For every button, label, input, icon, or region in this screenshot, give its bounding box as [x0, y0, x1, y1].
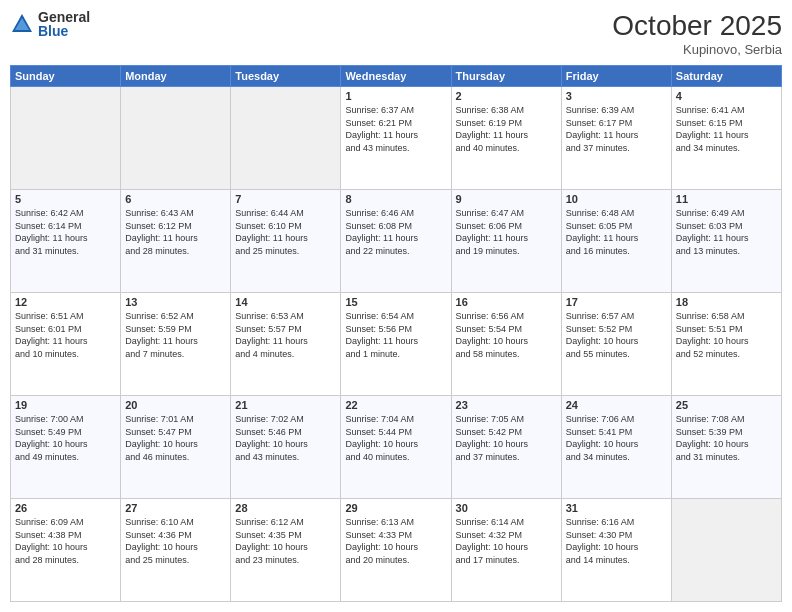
col-sunday: Sunday: [11, 66, 121, 87]
page: General Blue October 2025 Kupinovo, Serb…: [0, 0, 792, 612]
logo-blue: Blue: [38, 24, 90, 38]
table-row: 16Sunrise: 6:56 AM Sunset: 5:54 PM Dayli…: [451, 293, 561, 396]
day-info: Sunrise: 6:43 AM Sunset: 6:12 PM Dayligh…: [125, 207, 226, 257]
logo: General Blue: [10, 10, 90, 38]
table-row: 12Sunrise: 6:51 AM Sunset: 6:01 PM Dayli…: [11, 293, 121, 396]
day-number: 24: [566, 399, 667, 411]
table-row: 21Sunrise: 7:02 AM Sunset: 5:46 PM Dayli…: [231, 396, 341, 499]
day-info: Sunrise: 7:06 AM Sunset: 5:41 PM Dayligh…: [566, 413, 667, 463]
table-row: 13Sunrise: 6:52 AM Sunset: 5:59 PM Dayli…: [121, 293, 231, 396]
day-info: Sunrise: 6:14 AM Sunset: 4:32 PM Dayligh…: [456, 516, 557, 566]
col-thursday: Thursday: [451, 66, 561, 87]
day-number: 14: [235, 296, 336, 308]
day-info: Sunrise: 6:41 AM Sunset: 6:15 PM Dayligh…: [676, 104, 777, 154]
day-number: 27: [125, 502, 226, 514]
header: General Blue October 2025 Kupinovo, Serb…: [10, 10, 782, 57]
day-number: 22: [345, 399, 446, 411]
table-row: 15Sunrise: 6:54 AM Sunset: 5:56 PM Dayli…: [341, 293, 451, 396]
day-number: 20: [125, 399, 226, 411]
col-saturday: Saturday: [671, 66, 781, 87]
day-info: Sunrise: 6:56 AM Sunset: 5:54 PM Dayligh…: [456, 310, 557, 360]
month-title: October 2025: [612, 10, 782, 42]
day-number: 4: [676, 90, 777, 102]
table-row: 24Sunrise: 7:06 AM Sunset: 5:41 PM Dayli…: [561, 396, 671, 499]
logo-general: General: [38, 10, 90, 24]
day-number: 25: [676, 399, 777, 411]
table-row: 27Sunrise: 6:10 AM Sunset: 4:36 PM Dayli…: [121, 499, 231, 602]
day-info: Sunrise: 7:05 AM Sunset: 5:42 PM Dayligh…: [456, 413, 557, 463]
day-number: 19: [15, 399, 116, 411]
day-info: Sunrise: 7:00 AM Sunset: 5:49 PM Dayligh…: [15, 413, 116, 463]
day-info: Sunrise: 6:10 AM Sunset: 4:36 PM Dayligh…: [125, 516, 226, 566]
table-row: 30Sunrise: 6:14 AM Sunset: 4:32 PM Dayli…: [451, 499, 561, 602]
day-number: 9: [456, 193, 557, 205]
day-info: Sunrise: 6:38 AM Sunset: 6:19 PM Dayligh…: [456, 104, 557, 154]
day-number: 28: [235, 502, 336, 514]
day-info: Sunrise: 6:57 AM Sunset: 5:52 PM Dayligh…: [566, 310, 667, 360]
day-info: Sunrise: 6:39 AM Sunset: 6:17 PM Dayligh…: [566, 104, 667, 154]
subtitle: Kupinovo, Serbia: [612, 42, 782, 57]
day-info: Sunrise: 7:04 AM Sunset: 5:44 PM Dayligh…: [345, 413, 446, 463]
day-number: 29: [345, 502, 446, 514]
day-info: Sunrise: 6:48 AM Sunset: 6:05 PM Dayligh…: [566, 207, 667, 257]
day-number: 17: [566, 296, 667, 308]
day-info: Sunrise: 6:13 AM Sunset: 4:33 PM Dayligh…: [345, 516, 446, 566]
table-row: [231, 87, 341, 190]
calendar-week-row: 1Sunrise: 6:37 AM Sunset: 6:21 PM Daylig…: [11, 87, 782, 190]
day-number: 5: [15, 193, 116, 205]
day-number: 10: [566, 193, 667, 205]
day-number: 18: [676, 296, 777, 308]
day-number: 16: [456, 296, 557, 308]
day-info: Sunrise: 6:37 AM Sunset: 6:21 PM Dayligh…: [345, 104, 446, 154]
day-info: Sunrise: 6:42 AM Sunset: 6:14 PM Dayligh…: [15, 207, 116, 257]
table-row: 9Sunrise: 6:47 AM Sunset: 6:06 PM Daylig…: [451, 190, 561, 293]
day-info: Sunrise: 6:16 AM Sunset: 4:30 PM Dayligh…: [566, 516, 667, 566]
calendar-week-row: 26Sunrise: 6:09 AM Sunset: 4:38 PM Dayli…: [11, 499, 782, 602]
day-number: 3: [566, 90, 667, 102]
day-number: 1: [345, 90, 446, 102]
day-number: 13: [125, 296, 226, 308]
day-info: Sunrise: 6:52 AM Sunset: 5:59 PM Dayligh…: [125, 310, 226, 360]
calendar-week-row: 5Sunrise: 6:42 AM Sunset: 6:14 PM Daylig…: [11, 190, 782, 293]
table-row: 26Sunrise: 6:09 AM Sunset: 4:38 PM Dayli…: [11, 499, 121, 602]
table-row: 1Sunrise: 6:37 AM Sunset: 6:21 PM Daylig…: [341, 87, 451, 190]
table-row: 11Sunrise: 6:49 AM Sunset: 6:03 PM Dayli…: [671, 190, 781, 293]
table-row: 3Sunrise: 6:39 AM Sunset: 6:17 PM Daylig…: [561, 87, 671, 190]
table-row: 22Sunrise: 7:04 AM Sunset: 5:44 PM Dayli…: [341, 396, 451, 499]
day-info: Sunrise: 6:51 AM Sunset: 6:01 PM Dayligh…: [15, 310, 116, 360]
col-monday: Monday: [121, 66, 231, 87]
table-row: 8Sunrise: 6:46 AM Sunset: 6:08 PM Daylig…: [341, 190, 451, 293]
table-row: 17Sunrise: 6:57 AM Sunset: 5:52 PM Dayli…: [561, 293, 671, 396]
day-info: Sunrise: 6:46 AM Sunset: 6:08 PM Dayligh…: [345, 207, 446, 257]
table-row: 5Sunrise: 6:42 AM Sunset: 6:14 PM Daylig…: [11, 190, 121, 293]
day-info: Sunrise: 6:49 AM Sunset: 6:03 PM Dayligh…: [676, 207, 777, 257]
day-number: 15: [345, 296, 446, 308]
day-number: 31: [566, 502, 667, 514]
day-info: Sunrise: 6:09 AM Sunset: 4:38 PM Dayligh…: [15, 516, 116, 566]
day-info: Sunrise: 6:53 AM Sunset: 5:57 PM Dayligh…: [235, 310, 336, 360]
calendar-header-row: Sunday Monday Tuesday Wednesday Thursday…: [11, 66, 782, 87]
logo-icon: [10, 12, 34, 36]
day-number: 6: [125, 193, 226, 205]
day-number: 23: [456, 399, 557, 411]
table-row: 14Sunrise: 6:53 AM Sunset: 5:57 PM Dayli…: [231, 293, 341, 396]
table-row: [671, 499, 781, 602]
table-row: 28Sunrise: 6:12 AM Sunset: 4:35 PM Dayli…: [231, 499, 341, 602]
table-row: [11, 87, 121, 190]
calendar-week-row: 19Sunrise: 7:00 AM Sunset: 5:49 PM Dayli…: [11, 396, 782, 499]
table-row: 31Sunrise: 6:16 AM Sunset: 4:30 PM Dayli…: [561, 499, 671, 602]
calendar-week-row: 12Sunrise: 6:51 AM Sunset: 6:01 PM Dayli…: [11, 293, 782, 396]
table-row: 2Sunrise: 6:38 AM Sunset: 6:19 PM Daylig…: [451, 87, 561, 190]
day-info: Sunrise: 7:02 AM Sunset: 5:46 PM Dayligh…: [235, 413, 336, 463]
col-tuesday: Tuesday: [231, 66, 341, 87]
day-info: Sunrise: 7:01 AM Sunset: 5:47 PM Dayligh…: [125, 413, 226, 463]
table-row: 23Sunrise: 7:05 AM Sunset: 5:42 PM Dayli…: [451, 396, 561, 499]
col-wednesday: Wednesday: [341, 66, 451, 87]
day-number: 11: [676, 193, 777, 205]
logo-text: General Blue: [38, 10, 90, 38]
table-row: 10Sunrise: 6:48 AM Sunset: 6:05 PM Dayli…: [561, 190, 671, 293]
day-number: 2: [456, 90, 557, 102]
title-block: October 2025 Kupinovo, Serbia: [612, 10, 782, 57]
day-number: 8: [345, 193, 446, 205]
table-row: [121, 87, 231, 190]
